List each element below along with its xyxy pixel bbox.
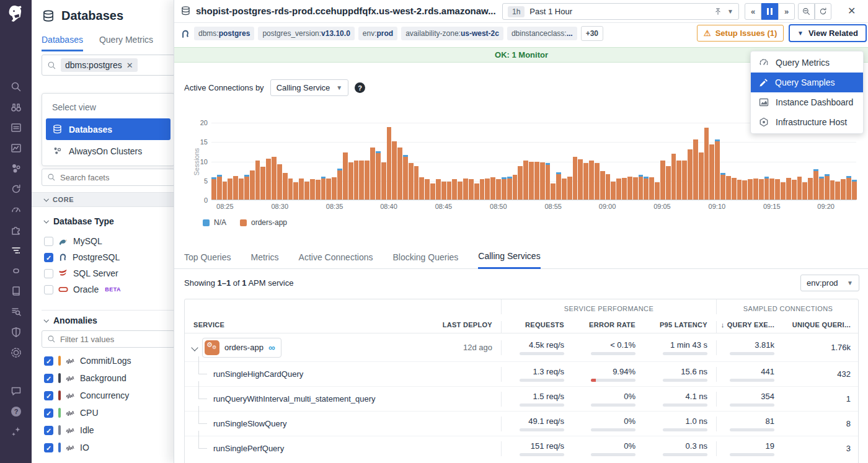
session-bar[interactable] [813, 171, 818, 200]
sql-server-checkbox[interactable] [44, 269, 53, 278]
session-bar[interactable] [299, 179, 304, 200]
tags-overflow-button[interactable]: +30 [581, 26, 603, 41]
concurrency-checkbox[interactable] [44, 391, 53, 400]
session-bar[interactable] [387, 127, 392, 200]
session-bar[interactable] [452, 179, 457, 200]
session-bar[interactable] [649, 177, 654, 200]
session-bar[interactable] [786, 178, 791, 200]
session-bar[interactable] [430, 183, 435, 200]
refresh-icon[interactable] [815, 3, 831, 20]
menu-item-query-metrics[interactable]: Query Metrics [751, 53, 863, 73]
session-bar[interactable] [381, 162, 386, 200]
tag-dbinstanceclass[interactable]: dbinstanceclass:... [507, 27, 577, 40]
session-bar[interactable] [343, 152, 348, 200]
view-option-databases[interactable]: Databases [46, 118, 170, 140]
session-bar[interactable] [419, 177, 424, 200]
clusters-icon[interactable] [10, 162, 22, 175]
groupby-select[interactable]: Calling Service ▼ [270, 79, 349, 96]
session-bar[interactable] [332, 177, 337, 200]
session-bar[interactable] [485, 179, 490, 200]
search-filter-pill[interactable]: dbms:postgres ✕ [61, 58, 138, 72]
session-bar[interactable] [578, 159, 583, 200]
zoom-out-icon[interactable] [798, 3, 815, 20]
session-bar[interactable] [769, 179, 774, 200]
chevron-down-icon[interactable]: ▼ [727, 8, 733, 15]
session-bar[interactable] [709, 144, 714, 200]
session-bar[interactable] [737, 180, 742, 200]
feedback-chat-icon[interactable] [10, 385, 22, 397]
service-pill[interactable]: ⚙⚙ orders-app ∞ [202, 338, 281, 358]
session-bar[interactable] [403, 157, 408, 200]
session-bar[interactable] [704, 128, 709, 200]
session-bar[interactable] [217, 177, 222, 200]
col-unique-queries[interactable]: UNIQUE QUERI... [783, 321, 859, 333]
session-bar[interactable] [589, 161, 594, 200]
session-bar[interactable] [753, 179, 758, 200]
session-bar[interactable] [469, 179, 474, 200]
idle-checkbox[interactable] [44, 426, 53, 435]
service-management-icon[interactable] [10, 346, 22, 359]
session-bar[interactable] [852, 182, 857, 200]
session-bar[interactable] [633, 177, 638, 200]
synthetics-icon[interactable] [10, 265, 22, 277]
session-bar[interactable] [370, 148, 375, 200]
session-bar[interactable] [458, 182, 463, 200]
tab-active-connections[interactable]: Active Connections [299, 252, 373, 268]
session-bar[interactable] [480, 179, 485, 200]
integrations-icon[interactable] [10, 224, 22, 236]
tag-env[interactable]: env:prod [358, 27, 397, 40]
session-bar[interactable] [644, 179, 649, 200]
session-bar[interactable] [277, 164, 282, 200]
session-bar[interactable] [513, 175, 518, 200]
session-bar[interactable] [781, 182, 786, 200]
query-row[interactable]: runSinglePerfQuery 151 req/s 0% 0.3 ns 1… [185, 436, 858, 461]
session-bar[interactable] [337, 170, 342, 200]
col-query-executions[interactable]: ↓QUERY EXE... [716, 321, 783, 333]
session-bar[interactable] [534, 162, 539, 200]
service-row[interactable]: ⚙⚙ orders-app ∞ 12d ago 4.5k req/s < 0.1… [185, 333, 858, 361]
core-section-header[interactable]: CORE [32, 192, 177, 207]
session-bar[interactable] [293, 182, 298, 200]
legend-orders-app[interactable]: orders-app [240, 218, 287, 227]
session-bar[interactable] [802, 182, 807, 200]
session-bar[interactable] [660, 161, 665, 200]
help-icon[interactable]: ? [355, 82, 365, 93]
datadog-logo[interactable] [6, 4, 27, 25]
facet-anomalies-header[interactable]: Anomalies [44, 315, 97, 325]
col-p95-latency[interactable]: P95 LATENCY [644, 321, 716, 333]
session-bar[interactable] [228, 179, 232, 200]
session-bar[interactable] [556, 174, 561, 200]
query-row[interactable]: runQueryWithInterval_multi_statement_que… [185, 386, 858, 411]
pin-icon[interactable] [714, 7, 722, 16]
session-bar[interactable] [244, 177, 249, 200]
time-backward-button[interactable]: « [745, 3, 761, 20]
session-bar[interactable] [748, 179, 753, 200]
remove-filter-icon[interactable]: ✕ [126, 61, 133, 70]
tag-dbms[interactable]: dbms:postgres [194, 27, 254, 40]
session-bar[interactable] [250, 170, 255, 200]
session-bar[interactable] [715, 141, 720, 200]
apm-gauge-icon[interactable] [10, 203, 22, 216]
database-monitoring-icon[interactable] [10, 244, 22, 257]
io-checkbox[interactable] [44, 443, 53, 452]
session-bar[interactable] [764, 179, 769, 200]
session-bar[interactable] [792, 180, 797, 200]
session-bar[interactable] [474, 183, 479, 200]
session-bar[interactable] [726, 176, 731, 200]
ci-pipelines-icon[interactable] [10, 183, 22, 195]
session-bar[interactable] [540, 162, 545, 200]
session-bar[interactable] [283, 173, 288, 200]
view-option-alwayson-clusters[interactable]: AlwaysOn Clusters [46, 140, 170, 162]
commit-logs-checkbox[interactable] [44, 356, 53, 366]
sessions-bar-chart[interactable] [211, 123, 856, 200]
session-bar[interactable] [742, 180, 747, 200]
search-input[interactable]: dbms:postgres ✕ [42, 55, 175, 76]
facet-search-input[interactable] [60, 173, 141, 182]
list-view-icon[interactable] [10, 121, 22, 134]
session-bar[interactable] [671, 154, 676, 200]
session-bar[interactable] [551, 183, 556, 200]
postgresql-checkbox[interactable] [44, 253, 53, 262]
session-bar[interactable] [666, 166, 671, 200]
session-bar[interactable] [616, 179, 621, 200]
expand-chevron-icon[interactable] [191, 344, 198, 351]
